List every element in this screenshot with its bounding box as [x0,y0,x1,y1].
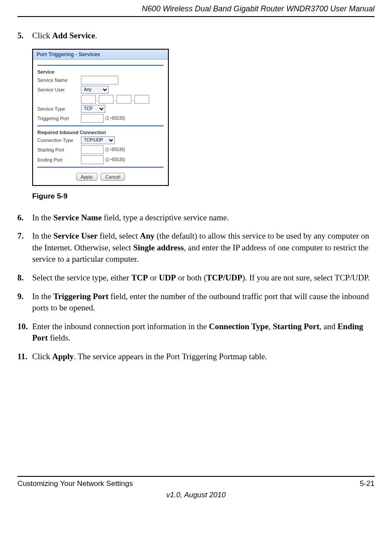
cancel-button[interactable]: Cancel [101,173,125,181]
dot: . [97,97,98,102]
step-body: Enter the inbound connection port inform… [32,321,375,344]
port-range-hint: (1~65535) [105,147,125,152]
triggering-port-input[interactable] [81,114,104,123]
step-9: 9. In the Triggering Port field, enter t… [17,291,375,314]
dot: . [132,97,134,102]
bold-text: Add Service [52,31,95,40]
text: , and [319,322,338,331]
text: fields. [48,333,70,342]
divider [37,167,164,168]
ending-port-input[interactable] [81,155,104,164]
step-7: 7. In the Service User field, select Any… [17,230,375,265]
step-8: 8. Select the service type, either TCP o… [17,272,375,284]
bold-text: Service User [54,231,98,240]
footer-left: Customizing Your Network Settings [17,479,133,488]
step-number: 9. [17,291,32,314]
step-11: 11. Click Apply. The service appears in … [17,351,375,363]
text: . [95,31,97,40]
bold-text: Service Name [54,213,102,222]
figure-container: Port Triggering - Services Service Servi… [32,49,375,201]
ip-octet-3[interactable] [117,95,131,104]
bold-text: Apply [52,352,74,361]
apply-button[interactable]: Apply [76,173,98,181]
text: In the [32,292,54,301]
text: field, select [97,231,140,240]
page-header: N600 Wireless Dual Band Gigabit Router W… [17,0,375,17]
starting-port-input[interactable] [81,145,104,154]
text: In the [32,231,54,240]
step-body: Select the service type, either TCP or U… [32,272,375,284]
step-number: 8. [17,272,32,284]
section-inbound-label: Required Inbound Connection [37,130,164,135]
port-range-hint: (1~65535) [105,157,125,162]
text: , [268,322,273,331]
step-6: 6. In the Service Name field, type a des… [17,212,375,224]
text: or [148,273,159,282]
bold-text: Starting Port [273,322,319,331]
text: ). If you are not sure, select TCP/UDP. [242,273,370,282]
connection-type-label: Connection Type [37,138,81,143]
text: . The service appears in the Port Trigge… [74,352,267,361]
step-5: 5. Click Add Service. [17,30,375,42]
divider [37,65,164,66]
bold-text: TCP [131,273,148,282]
bold-text: Triggering Port [54,292,109,301]
page-footer: Customizing Your Network Settings 5-21 v… [17,476,375,499]
figure-caption: Figure 5-9 [32,192,375,201]
step-body: In the Service User field, select Any (t… [32,230,375,265]
port-triggering-screenshot: Port Triggering - Services Service Servi… [32,49,169,186]
footer-right: 5-21 [360,479,375,488]
step-body: In the Triggering Port field, enter the … [32,291,375,314]
bold-text: Single address [133,243,184,252]
screenshot-title: Port Triggering - Services [33,50,168,60]
triggering-port-label: Triggering Port [37,116,81,121]
bold-text: Connection Type [209,322,268,331]
service-user-label: Service User [37,87,81,92]
ip-octet-1[interactable] [81,95,96,104]
text: Select the service type, either [32,273,131,282]
service-user-select[interactable]: Any [81,86,109,94]
footer-version: v1.0, August 2010 [17,491,375,499]
port-range-hint: (1~65535) [105,116,125,121]
service-name-input[interactable] [81,76,118,84]
step-number: 6. [17,212,32,224]
text: Click [32,352,52,361]
starting-port-label: Starting Port [37,147,81,152]
divider [37,125,164,126]
step-body: In the Service Name field, type a descri… [32,212,375,224]
text: or both ( [176,273,206,282]
step-body: Click Apply. The service appears in the … [32,351,375,363]
step-body: Click Add Service. [32,30,375,42]
step-number: 10. [17,321,32,344]
ending-port-label: Ending Port [37,157,81,162]
text: field, type a descriptive service name. [102,213,229,222]
step-number: 11. [17,351,32,363]
step-number: 5. [17,30,32,42]
text: Enter the inbound connection port inform… [32,322,209,331]
dot: . [114,97,116,102]
ip-address-group: . . . [81,95,149,104]
bold-text: Any [140,231,154,240]
bold-text: TCP/UDP [206,273,242,282]
step-10: 10. Enter the inbound connection port in… [17,321,375,344]
service-type-label: Service Type [37,106,81,111]
ip-octet-2[interactable] [99,95,114,104]
ip-octet-4[interactable] [134,95,149,104]
service-type-select[interactable]: TCP [81,105,105,113]
text: Click [32,31,52,40]
text: In the [32,213,54,222]
step-number: 7. [17,230,32,265]
bold-text: UDP [159,273,176,282]
section-service-label: Service [37,69,164,74]
connection-type-select[interactable]: TCP/UDP [81,136,115,144]
service-name-label: Service Name [37,78,81,83]
